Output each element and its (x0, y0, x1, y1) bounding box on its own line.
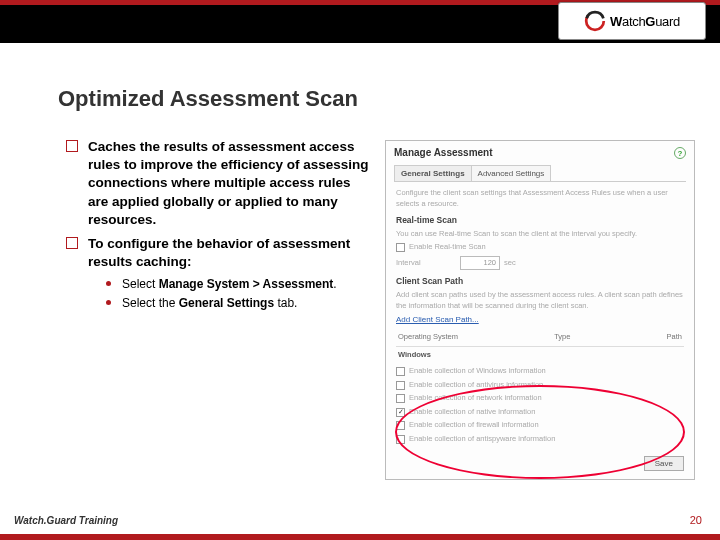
add-client-scan-link[interactable]: Add Client Scan Path... (396, 314, 479, 325)
body-text: Caches the results of assessment access … (64, 138, 374, 318)
tab-general-settings[interactable]: General Settings (394, 165, 472, 181)
interval-label: Interval (396, 258, 456, 269)
help-icon[interactable]: ? (674, 147, 686, 159)
interval-unit: sec (504, 258, 516, 269)
os-windows: Windows (396, 347, 684, 364)
interval-input[interactable]: 120 (460, 256, 500, 271)
brand-text: WatchGuard (610, 14, 680, 29)
brand-logo: WatchGuard (558, 2, 706, 40)
sub-1: Select Manage System > Assessment. (104, 276, 374, 293)
col-path: Path (667, 332, 682, 343)
realtime-desc: You can use Real-time Scan to scan the c… (396, 229, 684, 240)
sub-2: Select the General Settings tab. (104, 295, 374, 312)
panel-title: Manage Assessment (394, 147, 493, 159)
bullet-1: Caches the results of assessment access … (64, 138, 374, 229)
enable-realtime-label: Enable Real-time Scan (409, 242, 486, 253)
bullet-2-text: To configure the behavior of assessment … (88, 236, 350, 269)
clientscan-desc: Add client scan paths used by the assess… (396, 290, 684, 311)
slide: WatchGuard Optimized Assessment Scan Cac… (0, 0, 720, 540)
clientscan-heading: Client Scan Path (396, 276, 684, 288)
col-type: Type (554, 332, 570, 343)
footer-text: Watch.Guard Training (14, 515, 118, 526)
highlight-ellipse (395, 385, 685, 479)
swirl-icon (584, 10, 606, 32)
intro-text: Configure the client scan settings that … (396, 188, 684, 209)
bottom-red-bar (0, 534, 720, 540)
cb-windows-info[interactable] (396, 367, 405, 376)
col-os: Operating System (398, 332, 458, 343)
tab-advanced-settings[interactable]: Advanced Settings (471, 165, 552, 181)
page-number: 20 (690, 514, 702, 526)
slide-title: Optimized Assessment Scan (58, 86, 358, 112)
cb-network[interactable] (396, 394, 405, 403)
cb-antivirus[interactable] (396, 381, 405, 390)
enable-realtime-checkbox[interactable] (396, 243, 405, 252)
bullet-2: To configure the behavior of assessment … (64, 235, 374, 312)
realtime-heading: Real-time Scan (396, 215, 684, 227)
